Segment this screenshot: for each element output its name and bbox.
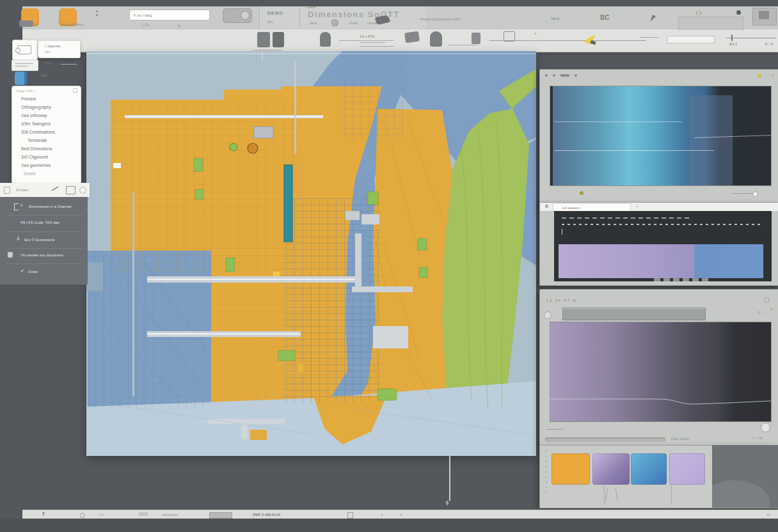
box-icon[interactable]	[4, 187, 10, 194]
tool-dot-icon[interactable]	[553, 74, 555, 77]
bottom-edge	[0, 519, 778, 532]
refresh-icon[interactable]: ↻ ⌄	[758, 310, 765, 315]
view-3d-icon[interactable]	[257, 32, 270, 47]
layer-menu-item[interactable]: Geo orthoway	[12, 111, 81, 120]
violet-bar-frame[interactable]	[559, 244, 763, 278]
tag-tool-card[interactable]	[12, 40, 38, 60]
ribbon-slider-line[interactable]	[339, 40, 393, 41]
panel3-dropdown[interactable]	[562, 308, 706, 320]
swatch-orange[interactable]	[552, 453, 590, 485]
tool-dot-icon[interactable]	[575, 74, 577, 77]
map-canvas[interactable]	[86, 51, 536, 456]
tab-close-icon[interactable]: ›‹	[636, 204, 639, 208]
vase-icon[interactable]	[430, 31, 442, 47]
swatch-blue[interactable]	[631, 453, 667, 485]
target-icon[interactable]	[80, 513, 85, 518]
mode-toggle[interactable]	[223, 8, 252, 23]
search-input[interactable]: F an / datg	[129, 10, 210, 20]
undo-redo-icons[interactable]: ↶ ↷	[765, 42, 774, 47]
panel3-header-icons[interactable]: 13 3F 67 %	[546, 299, 577, 302]
version-label: DWF 2.468.00.94	[253, 513, 280, 517]
sidebar-item-fscode[interactable]: F8 | FS Code: TA2 das	[20, 221, 60, 224]
cursor-arrow-icon	[650, 15, 656, 22]
circle-tool-icon[interactable]	[79, 187, 86, 194]
sidebar-item-dimensions[interactable]: Dimensions in a Channel	[29, 205, 72, 208]
panel3-circle-button[interactable]	[544, 311, 552, 319]
stamp-icon[interactable]	[404, 31, 420, 43]
console-area[interactable]	[554, 211, 772, 281]
asterisk-icon[interactable]: * .	[534, 31, 539, 37]
ribbon-notch-tab[interactable]	[678, 17, 743, 30]
fokt-label[interactable]: F-Okt	[44, 61, 52, 65]
tab-square-icon[interactable]	[545, 205, 548, 208]
coordinate-box[interactable]	[209, 512, 232, 519]
preview-thumbnail[interactable]	[752, 8, 777, 26]
page-icon[interactable]	[347, 512, 353, 519]
panel3-action-button[interactable]	[761, 423, 770, 432]
left-sidebar: 5 Dimensions in a Channel F8 | FS Code: …	[0, 197, 88, 285]
swatch-fill	[592, 453, 630, 485]
layer-menu-item[interactable]: Territoriale	[12, 136, 81, 145]
note-icon[interactable]	[472, 33, 480, 44]
braces-icon[interactable]: ( )	[696, 10, 701, 15]
layer-menu-item[interactable]: Geo geometries	[12, 161, 81, 169]
layer-menu-item[interactable]: Preview	[12, 95, 81, 103]
lg-label[interactable]: lg	[178, 24, 180, 27]
panel1-bottom-dot[interactable]	[580, 191, 584, 195]
beam-label[interactable]: 24 beam	[16, 188, 28, 192]
zoom-label[interactable]: ~7+	[98, 513, 104, 517]
plus-icon[interactable]: +	[772, 73, 774, 77]
layer-menu-item[interactable]: Orthogeography	[12, 103, 81, 111]
coordinate-input[interactable]	[667, 36, 715, 43]
go-label[interactable]: L.Go	[142, 23, 149, 27]
panel2-tab[interactable]: a.A.aLaaa.rt	[553, 203, 631, 211]
swatch-lavender[interactable]	[669, 453, 705, 485]
layer-menu-item[interactable]: 3/5m Teamgens	[12, 120, 81, 128]
gear-icon[interactable]	[764, 297, 770, 303]
organza-card[interactable]: I. organzas den	[38, 40, 81, 58]
image-icon[interactable]	[66, 186, 75, 194]
sketch-card[interactable]	[12, 59, 38, 71]
layer-menu-header: Image A AK +	[16, 89, 35, 93]
layer-menu-item[interactable]: 3x0 Citgonomt	[12, 153, 81, 161]
zoom-controls[interactable]: + – ∕ %	[751, 436, 763, 440]
scroll-groove[interactable]	[545, 437, 665, 442]
info-icon[interactable]: ❢	[42, 512, 45, 517]
menu-corner-icon[interactable]	[73, 88, 77, 93]
blob-tool-icon[interactable]	[320, 32, 331, 47]
teal-preview-frame[interactable]	[550, 86, 772, 186]
organza-label: I. organzas	[45, 44, 61, 48]
panel1-slider-knob[interactable]	[752, 191, 758, 197]
interact-button[interactable]: Guide	[349, 21, 358, 25]
mode-label[interactable]: Interactive	[162, 513, 178, 517]
printer-icon[interactable]	[19, 20, 33, 27]
swatch-purple[interactable]	[592, 453, 630, 485]
tool-dash-icon[interactable]	[560, 74, 569, 77]
plumb-marker-icon	[446, 501, 449, 505]
save-button[interactable]: Save	[310, 21, 317, 25]
scale-slider[interactable]	[726, 38, 776, 38]
sidebar-item-order[interactable]: Order	[28, 270, 38, 274]
preview-inner-pane	[689, 95, 733, 185]
purple-preview-frame[interactable]	[550, 322, 772, 422]
zoning-map[interactable]	[86, 51, 536, 456]
panel2-buttons[interactable]	[654, 278, 711, 281]
delete-menu-item[interactable]: Delete	[12, 169, 81, 178]
globe-icon[interactable]	[331, 19, 338, 26]
layer-menu-item[interactable]: 306 Combinations	[12, 128, 81, 136]
scale-slider-handle[interactable]	[731, 35, 733, 41]
layers-icon[interactable]	[139, 513, 148, 517]
record-dot-icon[interactable]	[736, 10, 741, 15]
tool-dot-icon[interactable]	[545, 74, 548, 77]
sidebar-item-extensions[interactable]: Env © Extensions	[24, 238, 54, 242]
takeout-label[interactable]: I-save / Takeout	[61, 22, 83, 26]
pencil-icon[interactable]	[51, 186, 58, 191]
layer-menu-item[interactable]: Best Dimensions	[12, 145, 81, 153]
blue-tool-icon[interactable]	[15, 72, 27, 85]
panel1-toolbar[interactable]	[545, 74, 577, 77]
guide-label[interactable]: Freeze	[306, 5, 316, 9]
sidebar-item-transfer[interactable]: TA transfer sur document	[20, 253, 63, 257]
view-shaded-icon[interactable]	[273, 32, 284, 47]
envelope-icon[interactable]	[504, 31, 515, 42]
pin-icon[interactable]: ⟀	[770, 306, 773, 311]
